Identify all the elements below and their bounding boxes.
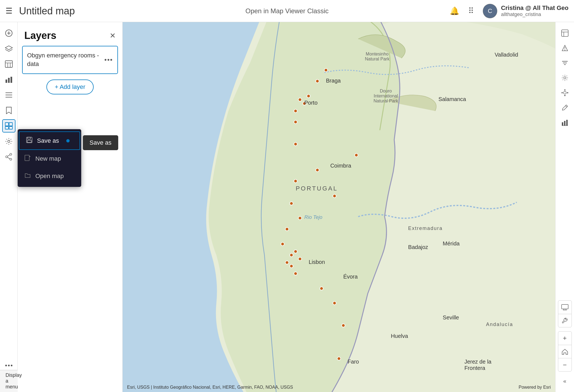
sidebar-item-legend[interactable] bbox=[2, 88, 15, 102]
rt-properties-button[interactable] bbox=[558, 27, 572, 40]
user-name: Cristina @ All That Geo bbox=[501, 4, 568, 12]
avatar: C bbox=[483, 4, 497, 18]
rt-sketch-button[interactable] bbox=[558, 41, 572, 55]
sidebar-item-bookmarks[interactable] bbox=[2, 104, 15, 117]
layers-close-button[interactable]: ✕ bbox=[110, 31, 116, 40]
rt-zoom-out-button[interactable]: − bbox=[558, 358, 572, 371]
map-marker bbox=[294, 272, 297, 276]
rt-settings-button[interactable] bbox=[558, 86, 572, 99]
svg-line-24 bbox=[7, 157, 10, 159]
layers-title: Layers bbox=[24, 30, 56, 41]
svg-rect-54 bbox=[566, 120, 568, 126]
svg-rect-18 bbox=[9, 126, 12, 129]
sidebar-item-charts[interactable] bbox=[2, 73, 15, 86]
layers-header: Layers ✕ bbox=[18, 22, 122, 46]
grid-icon[interactable]: ⠿ bbox=[468, 6, 474, 15]
menu-item-new-map[interactable]: New map bbox=[18, 150, 81, 167]
sidebar-item-settings[interactable] bbox=[2, 135, 15, 148]
layers-panel: Layers ✕ Obgyn emergency rooms - data ••… bbox=[18, 22, 123, 392]
context-menu: Save as New map Open map bbox=[18, 129, 81, 187]
rt-home-button[interactable] bbox=[558, 345, 572, 358]
menu-item-open-map[interactable]: Open map bbox=[18, 167, 81, 185]
svg-point-41 bbox=[564, 50, 565, 51]
svg-text:C: C bbox=[488, 7, 492, 14]
rt-wrench-button[interactable] bbox=[558, 314, 572, 327]
svg-line-51 bbox=[565, 106, 567, 107]
layer-more-button[interactable]: ••• bbox=[104, 56, 113, 64]
svg-line-23 bbox=[7, 155, 10, 157]
open-classic-viewer-link[interactable]: Open in Map Viewer Classic bbox=[245, 7, 328, 15]
new-map-icon bbox=[24, 155, 31, 162]
svg-point-27 bbox=[11, 365, 12, 366]
rt-screen-button[interactable] bbox=[558, 301, 572, 314]
sidebar-item-layers[interactable] bbox=[2, 42, 15, 55]
svg-rect-50 bbox=[567, 92, 568, 93]
map-marker bbox=[281, 242, 285, 246]
map-marker bbox=[341, 324, 345, 327]
map-marker bbox=[294, 142, 297, 146]
svg-point-22 bbox=[6, 156, 7, 158]
sidebar-item-add[interactable] bbox=[2, 27, 15, 40]
rt-zoom-in-button[interactable]: + bbox=[558, 332, 572, 345]
map-marker bbox=[320, 287, 323, 290]
svg-rect-5 bbox=[5, 61, 12, 67]
map-marker bbox=[289, 202, 293, 205]
map-marker bbox=[294, 109, 297, 113]
map-marker bbox=[307, 94, 310, 98]
svg-rect-15 bbox=[5, 123, 9, 126]
svg-rect-49 bbox=[562, 92, 563, 93]
add-layer-button[interactable]: + Add layer bbox=[46, 80, 94, 94]
svg-rect-56 bbox=[562, 304, 568, 309]
user-profile[interactable]: C Cristina @ All That Geo allthatgeo_cri… bbox=[483, 4, 568, 18]
sidebar-item-table[interactable] bbox=[2, 57, 15, 71]
main-layout: i Layers ✕ Obgyn emergency rooms - data … bbox=[0, 22, 574, 392]
sidebar-item-share[interactable] bbox=[2, 150, 15, 163]
rt-collapse-button[interactable]: « bbox=[558, 374, 572, 388]
svg-point-46 bbox=[564, 91, 566, 94]
rt-edit-button[interactable] bbox=[558, 101, 572, 114]
map-marker bbox=[294, 250, 297, 253]
hamburger-menu[interactable]: ☰ bbox=[6, 6, 12, 15]
map-marker bbox=[333, 194, 336, 198]
rt-screen-wrench-group bbox=[558, 300, 572, 327]
user-info: Cristina @ All That Geo allthatgeo_crist… bbox=[501, 4, 568, 17]
map-attribution: Esri, USGS | Instituto Geográfico Nacion… bbox=[123, 385, 555, 390]
user-handle: allthatgeo_cristina bbox=[501, 12, 568, 17]
svg-rect-37 bbox=[562, 30, 568, 36]
svg-rect-31 bbox=[28, 137, 30, 139]
svg-rect-52 bbox=[562, 122, 563, 126]
sidebar-item-content[interactable] bbox=[2, 119, 15, 133]
save-as-tooltip: Save as bbox=[83, 135, 118, 150]
header-right: 🔔 ⠿ C Cristina @ All That Geo allthatgeo… bbox=[450, 4, 568, 18]
svg-rect-11 bbox=[10, 77, 12, 83]
rt-filter-button[interactable] bbox=[558, 56, 572, 70]
svg-point-19 bbox=[8, 140, 10, 142]
map-area[interactable]: MontesinhoNatural Park Braga Porto Douro… bbox=[123, 22, 555, 392]
map-marker bbox=[333, 301, 336, 305]
map-marker bbox=[315, 79, 319, 83]
rt-zoom-group: + − bbox=[558, 331, 572, 372]
layer-item: Obgyn emergency rooms - data ••• bbox=[22, 46, 118, 74]
map-marker bbox=[298, 98, 302, 102]
map-marker bbox=[302, 102, 306, 105]
bottom-status-bar: Display a menu bbox=[0, 370, 18, 392]
svg-rect-48 bbox=[564, 95, 565, 96]
notification-icon[interactable]: 🔔 bbox=[450, 6, 459, 15]
save-as-label: Save as bbox=[37, 137, 59, 144]
attribution-left: Esri, USGS | Instituto Geográfico Nacion… bbox=[127, 385, 293, 390]
map-marker bbox=[285, 227, 289, 231]
map-marker bbox=[289, 253, 293, 257]
menu-item-save-as[interactable]: Save as bbox=[19, 131, 80, 150]
map-marker bbox=[298, 216, 302, 220]
svg-rect-10 bbox=[8, 78, 10, 83]
rt-effects-button[interactable] bbox=[558, 71, 572, 84]
open-map-label: Open map bbox=[35, 173, 64, 180]
svg-rect-53 bbox=[564, 121, 565, 126]
map-marker bbox=[289, 264, 293, 268]
svg-rect-16 bbox=[9, 123, 12, 126]
right-toolbar: + − « bbox=[555, 22, 574, 392]
svg-point-26 bbox=[8, 365, 10, 366]
new-map-label: New map bbox=[35, 155, 61, 162]
svg-point-45 bbox=[564, 77, 566, 79]
rt-charts-button[interactable] bbox=[558, 116, 572, 129]
